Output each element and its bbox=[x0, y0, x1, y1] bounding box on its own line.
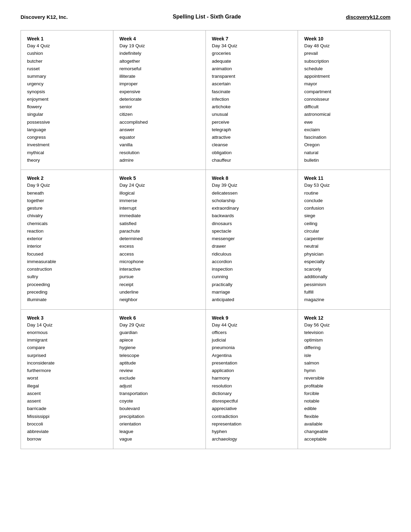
website-link[interactable]: discoveryk12.com bbox=[346, 14, 390, 20]
week-words-week-10: Day 48 Quizprevailsubscriptionscheduleap… bbox=[304, 42, 384, 164]
spelling-word: singular bbox=[27, 111, 107, 118]
spelling-word: transportation bbox=[120, 390, 199, 397]
spelling-word: guardian bbox=[120, 329, 199, 336]
spelling-word: immigrant bbox=[27, 336, 107, 344]
spelling-word: additionally bbox=[304, 273, 384, 281]
cell-row3-col1: Week 3Day 14 Quizenormousimmigrantcompar… bbox=[21, 309, 113, 449]
week-words-week-1: Day 4 Quizcushionbutcherrussetsummaryurg… bbox=[27, 42, 107, 164]
spelling-word: investment bbox=[27, 141, 107, 149]
spelling-word: review bbox=[120, 367, 199, 374]
spelling-word: scholarship bbox=[212, 197, 292, 205]
spelling-word: receipt bbox=[120, 281, 199, 288]
spelling-word: hymn bbox=[304, 367, 384, 374]
spelling-word: sultry bbox=[27, 273, 107, 281]
quiz-label: Day 14 Quiz bbox=[27, 321, 107, 329]
spelling-word: immerse bbox=[120, 197, 199, 205]
spelling-word: vague bbox=[120, 435, 199, 443]
spelling-word: chivalry bbox=[27, 212, 107, 220]
quiz-label: Day 19 Quiz bbox=[120, 42, 199, 50]
week-header-week-8: Week 8 bbox=[212, 175, 292, 181]
week-header-week-10: Week 10 bbox=[304, 36, 384, 41]
spelling-word: flowery bbox=[27, 103, 107, 111]
spelling-word: access bbox=[120, 250, 199, 258]
spelling-word: remorseful bbox=[120, 65, 199, 73]
week-words-week-8: Day 39 Quizdelicatessenscholarshipextrao… bbox=[212, 182, 292, 304]
spelling-word: differing bbox=[304, 344, 384, 351]
spelling-word: telescope bbox=[120, 352, 199, 359]
spelling-word: practically bbox=[212, 281, 292, 288]
spelling-word: drawer bbox=[212, 243, 292, 250]
spelling-word: butcher bbox=[27, 58, 107, 65]
spelling-word: apiece bbox=[120, 336, 199, 344]
week-header-week-4: Week 4 bbox=[120, 36, 199, 41]
week-words-week-6: Day 29 Quizguardianapiecehygienetelescop… bbox=[120, 321, 199, 443]
spelling-word: physician bbox=[304, 250, 384, 258]
spelling-word: representation bbox=[212, 420, 292, 428]
spelling-word: resolution bbox=[120, 149, 199, 157]
spelling-word: resolution bbox=[212, 382, 292, 390]
spelling-word: accordion bbox=[212, 258, 292, 265]
spelling-word: interactive bbox=[120, 265, 199, 273]
quiz-label: Day 53 Quiz bbox=[304, 182, 384, 189]
spelling-word: boulevard bbox=[120, 405, 199, 412]
spelling-word: attractive bbox=[212, 134, 292, 141]
spelling-word: delicatessen bbox=[212, 189, 292, 197]
spelling-word: ridiculous bbox=[212, 250, 292, 258]
spelling-word: connoisseur bbox=[304, 96, 384, 103]
spelling-word: summary bbox=[27, 73, 107, 80]
spelling-word: presentation bbox=[212, 359, 292, 367]
spelling-word: animation bbox=[212, 65, 292, 73]
week-header-week-1: Week 1 bbox=[27, 36, 107, 41]
spelling-word: exclaim bbox=[304, 126, 384, 134]
spelling-word: worst bbox=[27, 374, 107, 382]
spelling-word: Argentina bbox=[212, 352, 292, 359]
week-header-week-5: Week 5 bbox=[120, 175, 199, 181]
spelling-word: chemicals bbox=[27, 220, 107, 227]
week-words-week-3: Day 14 Quizenormousimmigrantcomparesurpr… bbox=[27, 321, 107, 443]
spelling-word: infection bbox=[212, 96, 292, 103]
spelling-word: construction bbox=[27, 265, 107, 273]
spelling-word: vanilla bbox=[120, 141, 199, 149]
spelling-word: preceding bbox=[27, 288, 107, 296]
week-header-week-3: Week 3 bbox=[27, 315, 107, 321]
spelling-word: dictionary bbox=[212, 390, 292, 397]
spelling-word: proceeding bbox=[27, 281, 107, 288]
spelling-word: forcible bbox=[304, 390, 384, 397]
cell-row2-col4: Week 11Day 53 Quizroutineconcludeconfusi… bbox=[298, 170, 390, 309]
spelling-word: Mississippi bbox=[27, 413, 107, 420]
spelling-word: compartment bbox=[304, 88, 384, 96]
spelling-word: ascent bbox=[27, 390, 107, 397]
quiz-label: Day 9 Quiz bbox=[27, 182, 107, 189]
spelling-word: furthermore bbox=[27, 367, 107, 374]
spelling-word: extraordinary bbox=[212, 205, 292, 212]
spelling-word: adequate bbox=[212, 58, 292, 65]
spelling-word: together bbox=[27, 197, 107, 205]
week-words-week-9: Day 44 QuizofficersjudicialpneumoniaArge… bbox=[212, 321, 292, 443]
spelling-word: barricade bbox=[27, 405, 107, 412]
spelling-word: carpenter bbox=[304, 235, 384, 243]
week-header-week-7: Week 7 bbox=[212, 36, 292, 41]
spelling-word: dinosaurs bbox=[212, 220, 292, 227]
spelling-word: confusion bbox=[304, 205, 384, 212]
cell-row1-col4: Week 10Day 48 Quizprevailsubscriptionsch… bbox=[298, 30, 390, 170]
week-words-week-2: Day 9 Quizbeneathtogethergesturechivalry… bbox=[27, 182, 107, 304]
spelling-word: illiterate bbox=[120, 73, 199, 80]
week-header-week-2: Week 2 bbox=[27, 175, 107, 181]
spelling-word: cunning bbox=[212, 273, 292, 281]
spelling-word: exclude bbox=[120, 374, 199, 382]
spelling-word: precipitation bbox=[120, 413, 199, 420]
quiz-label: Day 48 Quiz bbox=[304, 42, 384, 50]
spelling-word: immeasurable bbox=[27, 258, 107, 265]
cell-row3-col3: Week 9Day 44 Quizofficersjudicialpneumon… bbox=[206, 309, 298, 449]
quiz-label: Day 44 Quiz bbox=[212, 321, 292, 329]
spelling-word: aptitude bbox=[120, 359, 199, 367]
week-words-week-12: Day 56 Quiztelevisionoptimismdifferingis… bbox=[304, 321, 384, 443]
spelling-word: television bbox=[304, 329, 384, 336]
page-title: Spelling List - Sixth Grade bbox=[173, 14, 241, 20]
spelling-word: profitable bbox=[304, 382, 384, 390]
week-header-week-9: Week 9 bbox=[212, 315, 292, 321]
cell-row1-col1: Week 1Day 4 Quizcushionbutcherrussetsumm… bbox=[21, 30, 113, 170]
spelling-word: flexible bbox=[304, 413, 384, 420]
spelling-word: improper bbox=[120, 80, 199, 88]
spelling-word: interior bbox=[27, 243, 107, 250]
